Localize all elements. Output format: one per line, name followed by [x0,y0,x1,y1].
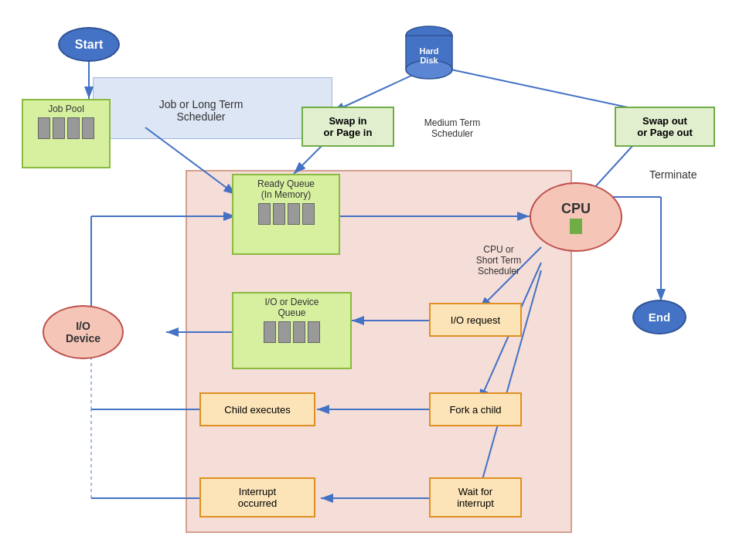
rbar3 [288,203,300,225]
iobar4 [308,321,320,343]
wait-interrupt-box: Wait forinterrupt [429,477,522,518]
diagram: Start Job Pool Job or Long TermScheduler… [0,0,729,560]
job-scheduler-label: Job or Long TermScheduler [124,83,278,137]
swap-out-box: Swap outor Page out [615,107,715,147]
iobar1 [264,321,276,343]
bar2 [53,117,65,139]
io-device-queue: I/O or DeviceQueue [232,292,352,369]
cpu-indicator [570,219,582,234]
rbar1 [258,203,271,225]
cpu-oval: CPU [530,182,622,252]
bar3 [67,117,80,139]
start-oval: Start [58,27,120,62]
ready-queue: Ready Queue(In Memory) [232,174,340,255]
hard-disk-svg: Hard Disk [402,25,456,83]
iobar3 [293,321,305,343]
job-pool: Job Pool [22,99,111,168]
bar1 [38,117,50,139]
svg-text:Disk: Disk [420,56,438,65]
end-oval: End [632,300,686,334]
bar4 [82,117,94,139]
io-request-box: I/O request [429,303,522,337]
hard-disk: Hard Disk [398,25,460,83]
io-queue-bars [264,321,320,343]
fork-child-box: Fork a child [429,392,522,426]
iobar2 [278,321,291,343]
swap-in-box: Swap inor Page in [301,107,394,147]
svg-text:Hard: Hard [419,46,438,56]
child-executes-box: Child executes [199,392,315,426]
medium-term-label: Medium TermScheduler [402,117,502,139]
svg-line-5 [433,66,649,112]
ready-queue-bars [258,203,315,225]
terminate-label: Terminate [649,168,697,181]
job-pool-bars [38,117,94,139]
rbar4 [302,203,315,225]
cpu-scheduler-label: CPU orShort TermScheduler [456,244,541,277]
interrupt-occurred-box: Interruptoccurred [199,477,315,518]
rbar2 [273,203,285,225]
io-device-oval: I/ODevice [43,305,124,359]
